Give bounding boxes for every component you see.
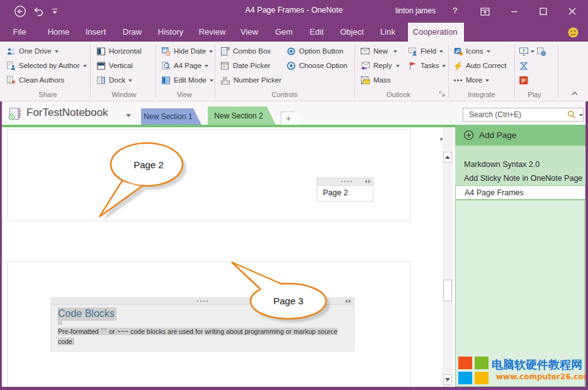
container-text[interactable]: Page 2 [317, 186, 373, 197]
group-label-controls: Controls [272, 91, 298, 98]
tab-cooperation[interactable]: Cooperation [413, 23, 458, 42]
window-title: A4 Page Frames - OneNote [0, 6, 588, 14]
vertical-scrollbar[interactable] [443, 127, 453, 387]
tab-history[interactable]: History [158, 23, 183, 42]
vertical-button[interactable]: Vertical [96, 59, 133, 72]
code-blocks-text[interactable]: Pre-formatted ``` or ~~~ code blocks are… [58, 326, 351, 347]
search-scope-caret[interactable] [579, 114, 583, 117]
scroll-up-button[interactable] [443, 152, 452, 163]
notebook-icon[interactable] [8, 107, 23, 121]
combo-box-button[interactable]: Combo Box [220, 45, 271, 57]
group-label-play: Play [528, 91, 541, 98]
a4-page-button[interactable]: A4 Page [161, 59, 208, 72]
page-list-item[interactable]: Markdown Syntax 2.0 [455, 158, 585, 171]
help-button[interactable]: ? [453, 6, 457, 15]
tab-draw[interactable]: Draw [123, 23, 142, 42]
dropdown-caret [442, 65, 446, 67]
window-border-left [0, 101, 2, 390]
section-tab-2-active[interactable]: New Section 2 [208, 106, 276, 125]
choose-option-icon [286, 61, 296, 71]
search-input[interactable] [468, 110, 558, 120]
edit-mode-button[interactable]: Edit Mode [161, 74, 213, 86]
hide-date-button[interactable]: Hide Date [161, 45, 213, 57]
group-label-share: Share [38, 91, 57, 98]
collapse-ribbon-icon[interactable] [570, 89, 579, 97]
page-frame-1 [7, 129, 411, 221]
search-box[interactable] [463, 108, 584, 122]
auto-correct-button[interactable]: Auto Correct [453, 59, 507, 72]
dropdown-caret [55, 50, 59, 53]
group-separator [448, 45, 449, 98]
section-tab-1[interactable]: New Section 1 [141, 108, 201, 125]
dropdown-caret [210, 79, 213, 82]
notebook-dropdown-caret[interactable] [126, 114, 131, 117]
powerpoint-button[interactable]: P [519, 74, 529, 86]
group-label-integrate: Integrate [468, 91, 495, 98]
new-mail-button[interactable]: New [360, 45, 397, 57]
tab-review[interactable]: Review [199, 23, 226, 42]
tab-link[interactable]: Link [380, 23, 395, 42]
clean-authors-icon [6, 76, 16, 85]
maximize-button[interactable] [534, 4, 553, 19]
choose-option-button[interactable]: Choose Option [286, 59, 348, 72]
more-button[interactable]: More [453, 74, 489, 86]
tasks-button[interactable]: Tasks [408, 59, 446, 72]
watermark-logo-square-blue [458, 372, 472, 384]
reply-button[interactable]: Reply [360, 59, 400, 72]
add-page-header[interactable]: Add Page [455, 125, 585, 146]
notebook-title[interactable]: ForTestNotebook [26, 106, 108, 119]
container-resize-handle[interactable] [365, 180, 371, 183]
auto-correct-icon [453, 61, 463, 71]
horizontal-button[interactable]: Horizontal [96, 45, 142, 57]
smiley-feedback-icon[interactable] [568, 27, 579, 38]
icons-button[interactable]: Icons [453, 45, 490, 57]
minimize-button[interactable] [505, 4, 524, 19]
window-border-right [585, 101, 588, 390]
note-container-page2[interactable]: Page 2 [317, 178, 373, 202]
code-blocks-heading[interactable]: Code Blocks [58, 307, 116, 321]
tab-gem[interactable]: Gem [275, 23, 293, 42]
web-grid-icon [536, 47, 546, 56]
outlook-dialog-launcher-icon[interactable] [439, 91, 446, 98]
container-grip[interactable] [341, 181, 352, 182]
date-picker-button[interactable]: Date Picker [220, 59, 270, 72]
field-button[interactable]: Field [408, 45, 443, 57]
option-button-button[interactable]: Option Button [286, 45, 343, 57]
tab-view[interactable]: View [240, 23, 258, 42]
speech-bubble-page2[interactable] [76, 132, 205, 227]
tab-home[interactable]: Home [48, 23, 70, 42]
container-grip[interactable] [197, 301, 208, 302]
page-list-item[interactable]: Add Sticky Note in OneNote Page [455, 171, 585, 185]
tab-edit[interactable]: Edit [310, 23, 324, 42]
mass-button[interactable]: Mass [360, 74, 390, 86]
hourglass-button[interactable] [519, 59, 529, 72]
dock-button[interactable]: Dock [96, 74, 132, 86]
scrollbar-thumb[interactable] [443, 280, 452, 301]
watermark-logo-square-yellow [475, 372, 489, 384]
edit-mode-icon [161, 76, 171, 85]
web-grid-button[interactable] [536, 45, 546, 57]
new-mail-icon [360, 47, 370, 55]
ribbon-display-options-button[interactable] [475, 4, 494, 19]
svg-text:P: P [522, 77, 526, 84]
combo-box-icon [220, 47, 230, 56]
tab-insert[interactable]: Insert [86, 23, 106, 42]
slideshow-button[interactable] [519, 45, 534, 57]
scroll-down-button[interactable] [443, 374, 452, 385]
page-list-item-active[interactable]: A4 Page Frames [455, 185, 585, 200]
bubble-page3-text[interactable]: Page 3 [260, 295, 317, 306]
account-name[interactable]: linton james [395, 6, 436, 15]
clean-authors-button[interactable]: Clean Authors [6, 74, 64, 86]
one-drive-button[interactable]: One Drive [6, 45, 59, 57]
selected-by-author-button[interactable]: Selected by Author [6, 59, 87, 72]
tab-file[interactable]: File [13, 23, 26, 42]
tab-object[interactable]: Object [340, 23, 364, 42]
dropdown-caret [485, 79, 489, 82]
add-page-icon [463, 130, 474, 141]
number-picker-button[interactable]: 10 Number Picker [220, 74, 281, 86]
group-separator [90, 45, 91, 98]
speech-bubble-page3[interactable] [223, 255, 365, 328]
close-button[interactable] [563, 4, 582, 19]
bubble-page2-text[interactable]: Page 2 [120, 159, 177, 170]
dropdown-caret [83, 65, 87, 67]
